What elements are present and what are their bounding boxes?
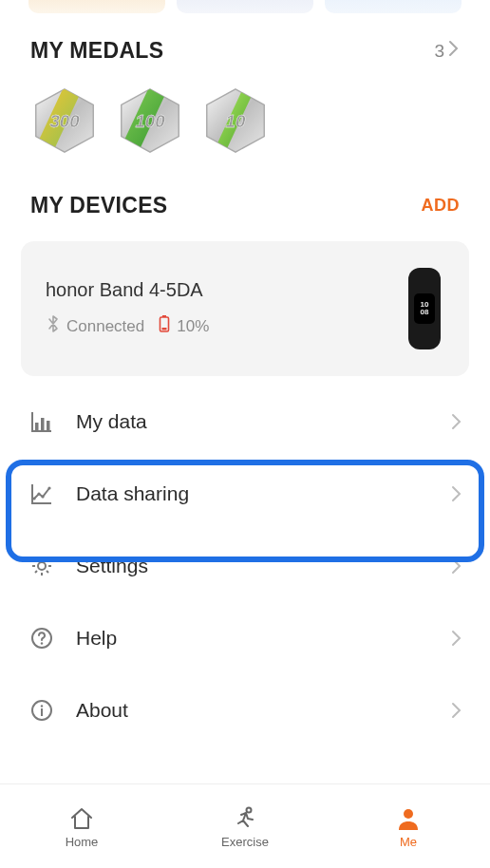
device-name: honor Band 4-5DA bbox=[46, 279, 209, 301]
device-image: 10 08 bbox=[405, 266, 444, 351]
chevron-right-icon bbox=[448, 40, 460, 62]
medals-more[interactable]: 3 bbox=[434, 40, 460, 62]
home-icon bbox=[67, 804, 96, 833]
menu-label: Data sharing bbox=[76, 482, 429, 505]
medal-item[interactable]: 10 bbox=[201, 86, 270, 155]
medal-value: 100 bbox=[135, 111, 165, 131]
menu-item-help[interactable]: Help bbox=[0, 602, 490, 674]
bluetooth-status-text: Connected bbox=[66, 317, 144, 336]
menu-item-my-data[interactable]: My data bbox=[0, 386, 490, 458]
bluetooth-icon bbox=[46, 314, 61, 338]
medal-item[interactable]: 100 bbox=[116, 86, 184, 155]
nav-label: Exercise bbox=[221, 835, 269, 849]
battery-status: 10% bbox=[158, 314, 209, 338]
medals-title: MY MEDALS bbox=[30, 38, 163, 64]
nav-label: Home bbox=[66, 835, 99, 849]
medals-count: 3 bbox=[434, 41, 444, 62]
chevron-right-icon bbox=[450, 557, 462, 576]
devices-title: MY DEVICES bbox=[30, 193, 167, 218]
svg-rect-24 bbox=[41, 708, 43, 716]
menu-label: Help bbox=[76, 627, 429, 650]
svg-point-16 bbox=[37, 492, 40, 495]
svg-point-26 bbox=[404, 809, 413, 819]
chevron-right-icon bbox=[450, 701, 462, 720]
menu-item-data-sharing[interactable]: Data sharing bbox=[0, 458, 490, 530]
devices-header: MY DEVICES ADD bbox=[0, 193, 490, 218]
menu-item-settings[interactable]: Settings bbox=[0, 530, 490, 602]
medal-value: 10 bbox=[226, 111, 246, 131]
svg-point-15 bbox=[32, 497, 35, 500]
menu-item-about[interactable]: About bbox=[0, 674, 490, 746]
svg-point-19 bbox=[38, 562, 46, 570]
top-card bbox=[177, 0, 313, 13]
top-card bbox=[28, 0, 165, 13]
bluetooth-status: Connected bbox=[46, 314, 144, 338]
battery-low-icon bbox=[158, 314, 171, 338]
nav-label: Me bbox=[400, 835, 417, 849]
svg-point-23 bbox=[41, 705, 43, 707]
help-icon bbox=[28, 625, 55, 651]
svg-rect-13 bbox=[41, 418, 45, 430]
bar-chart-icon bbox=[28, 408, 55, 435]
top-card bbox=[325, 0, 462, 13]
chevron-right-icon bbox=[450, 629, 462, 648]
top-cards-row bbox=[0, 0, 490, 13]
svg-rect-14 bbox=[47, 421, 50, 430]
gear-icon bbox=[28, 553, 55, 579]
chevron-right-icon bbox=[450, 412, 462, 431]
medals-header[interactable]: MY MEDALS 3 bbox=[0, 38, 490, 64]
menu-label: My data bbox=[76, 410, 429, 433]
nav-me[interactable]: Me bbox=[327, 784, 490, 868]
svg-point-17 bbox=[41, 495, 44, 498]
medal-value: 300 bbox=[49, 111, 80, 131]
info-icon bbox=[28, 697, 55, 724]
person-icon bbox=[394, 804, 423, 833]
svg-point-25 bbox=[247, 807, 252, 812]
svg-rect-12 bbox=[35, 423, 39, 430]
nav-home[interactable]: Home bbox=[0, 784, 163, 868]
svg-rect-11 bbox=[162, 328, 167, 330]
svg-point-21 bbox=[41, 642, 43, 644]
running-icon bbox=[231, 804, 259, 833]
nav-exercise[interactable]: Exercise bbox=[163, 784, 327, 868]
battery-percent: 10% bbox=[177, 317, 209, 336]
line-chart-icon bbox=[28, 481, 55, 507]
svg-point-18 bbox=[47, 486, 50, 489]
medals-row: 300 100 bbox=[0, 64, 490, 193]
menu-label: About bbox=[76, 699, 429, 722]
bottom-nav: Home Exercise Me bbox=[0, 783, 490, 868]
add-device-button[interactable]: ADD bbox=[422, 196, 461, 216]
device-card[interactable]: honor Band 4-5DA Connected 10% bbox=[21, 241, 469, 376]
medal-item[interactable]: 300 bbox=[30, 86, 99, 155]
menu-label: Settings bbox=[76, 555, 429, 577]
chevron-right-icon bbox=[450, 484, 462, 503]
